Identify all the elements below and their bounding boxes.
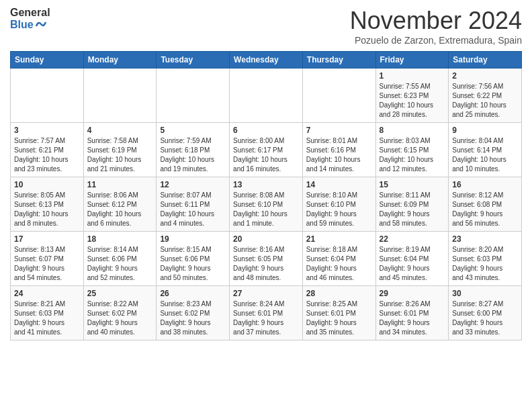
day-info: Sunrise: 8:25 AM Sunset: 6:01 PM Dayligh… [306,300,372,337]
day-info: Sunrise: 8:14 AM Sunset: 6:06 PM Dayligh… [87,245,153,283]
page-header: General Blue November 2024 Pozuelo de Za… [10,7,522,46]
day-number: 14 [306,180,372,189]
day-info: Sunrise: 8:13 AM Sunset: 6:07 PM Dayligh… [14,245,80,283]
weekday-header: Friday [375,52,449,68]
day-number: 3 [14,126,80,135]
day-number: 12 [160,180,226,189]
day-info: Sunrise: 8:00 AM Sunset: 6:17 PM Dayligh… [233,136,299,174]
logo-wave-icon [35,19,47,29]
day-number: 22 [380,234,445,244]
day-number: 5 [160,126,226,135]
day-info: Sunrise: 7:56 AM Sunset: 6:22 PM Dayligh… [452,82,518,120]
day-number: 29 [380,289,445,298]
calendar-cell: 22Sunrise: 8:19 AM Sunset: 6:04 PM Dayli… [375,232,449,286]
day-number: 15 [380,180,445,189]
calendar-cell: 10Sunrise: 8:05 AM Sunset: 6:13 PM Dayli… [11,177,84,232]
day-number: 21 [306,234,372,244]
calendar-cell: 4Sunrise: 7:58 AM Sunset: 6:19 PM Daylig… [83,123,157,177]
logo-mark: General Blue [10,7,50,30]
day-number: 13 [233,180,299,189]
calendar-cell: 6Sunrise: 8:00 AM Sunset: 6:17 PM Daylig… [230,123,303,177]
day-info: Sunrise: 8:27 AM Sunset: 6:00 PM Dayligh… [452,300,518,337]
day-info: Sunrise: 8:12 AM Sunset: 6:08 PM Dayligh… [452,191,518,228]
calendar-cell: 7Sunrise: 8:01 AM Sunset: 6:16 PM Daylig… [302,123,375,177]
calendar-cell: 15Sunrise: 8:11 AM Sunset: 6:09 PM Dayli… [375,177,449,232]
day-info: Sunrise: 8:01 AM Sunset: 6:16 PM Dayligh… [306,136,372,174]
calendar-cell: 16Sunrise: 8:12 AM Sunset: 6:08 PM Dayli… [449,177,522,232]
day-info: Sunrise: 8:18 AM Sunset: 6:04 PM Dayligh… [306,245,372,283]
day-info: Sunrise: 8:06 AM Sunset: 6:12 PM Dayligh… [87,191,153,228]
calendar-cell: 3Sunrise: 7:57 AM Sunset: 6:21 PM Daylig… [11,123,84,177]
calendar-cell [302,68,375,123]
day-number: 27 [233,289,299,298]
day-info: Sunrise: 8:20 AM Sunset: 6:03 PM Dayligh… [452,245,518,283]
weekday-header: Sunday [11,52,84,68]
weekday-header: Tuesday [157,52,230,68]
calendar-cell [230,68,303,123]
day-number: 30 [452,289,518,298]
calendar-cell [11,68,84,123]
day-number: 19 [160,234,226,244]
weekday-header: Monday [83,52,157,68]
day-info: Sunrise: 8:11 AM Sunset: 6:09 PM Dayligh… [380,191,445,228]
day-number: 7 [306,126,372,135]
calendar-cell: 17Sunrise: 8:13 AM Sunset: 6:07 PM Dayli… [11,232,84,286]
day-info: Sunrise: 8:07 AM Sunset: 6:11 PM Dayligh… [160,191,226,228]
subtitle: Pozuelo de Zarzon, Extremadura, Spain [350,35,522,46]
calendar-cell: 29Sunrise: 8:26 AM Sunset: 6:01 PM Dayli… [375,286,449,340]
day-info: Sunrise: 8:26 AM Sunset: 6:01 PM Dayligh… [380,300,445,337]
day-number: 26 [160,289,226,298]
logo: General Blue [10,7,50,30]
day-number: 8 [380,126,445,135]
weekday-header: Saturday [449,52,522,68]
calendar-cell: 11Sunrise: 8:06 AM Sunset: 6:12 PM Dayli… [83,177,157,232]
day-info: Sunrise: 8:15 AM Sunset: 6:06 PM Dayligh… [160,245,226,283]
day-number: 17 [14,234,80,244]
calendar-cell: 24Sunrise: 8:21 AM Sunset: 6:03 PM Dayli… [11,286,84,340]
day-number: 4 [87,126,153,135]
calendar-cell: 28Sunrise: 8:25 AM Sunset: 6:01 PM Dayli… [302,286,375,340]
day-info: Sunrise: 8:16 AM Sunset: 6:05 PM Dayligh… [233,245,299,283]
calendar-body: 1Sunrise: 7:55 AM Sunset: 6:23 PM Daylig… [11,68,522,340]
day-info: Sunrise: 8:22 AM Sunset: 6:02 PM Dayligh… [87,300,153,337]
day-number: 24 [14,289,80,298]
day-info: Sunrise: 7:59 AM Sunset: 6:18 PM Dayligh… [160,136,226,174]
month-title: November 2024 [350,7,522,35]
calendar-cell: 1Sunrise: 7:55 AM Sunset: 6:23 PM Daylig… [375,68,449,123]
calendar-header: SundayMondayTuesdayWednesdayThursdayFrid… [11,52,522,68]
logo-blue: Blue [10,19,50,31]
calendar-cell: 13Sunrise: 8:08 AM Sunset: 6:10 PM Dayli… [230,177,303,232]
day-info: Sunrise: 8:04 AM Sunset: 6:14 PM Dayligh… [452,136,518,174]
calendar-cell: 21Sunrise: 8:18 AM Sunset: 6:04 PM Dayli… [302,232,375,286]
day-info: Sunrise: 7:58 AM Sunset: 6:19 PM Dayligh… [87,136,153,174]
calendar-table: SundayMondayTuesdayWednesdayThursdayFrid… [10,51,522,340]
weekday-header: Wednesday [230,52,303,68]
calendar-cell: 25Sunrise: 8:22 AM Sunset: 6:02 PM Dayli… [83,286,157,340]
calendar-cell: 19Sunrise: 8:15 AM Sunset: 6:06 PM Dayli… [157,232,230,286]
calendar-cell: 18Sunrise: 8:14 AM Sunset: 6:06 PM Dayli… [83,232,157,286]
calendar-cell: 9Sunrise: 8:04 AM Sunset: 6:14 PM Daylig… [449,123,522,177]
day-number: 9 [452,126,518,135]
calendar-cell: 30Sunrise: 8:27 AM Sunset: 6:00 PM Dayli… [449,286,522,340]
calendar-cell: 12Sunrise: 8:07 AM Sunset: 6:11 PM Dayli… [157,177,230,232]
calendar-cell: 2Sunrise: 7:56 AM Sunset: 6:22 PM Daylig… [449,68,522,123]
day-number: 18 [87,234,153,244]
day-number: 20 [233,234,299,244]
day-number: 1 [380,71,445,81]
calendar-cell: 5Sunrise: 7:59 AM Sunset: 6:18 PM Daylig… [157,123,230,177]
day-number: 16 [452,180,518,189]
day-info: Sunrise: 7:57 AM Sunset: 6:21 PM Dayligh… [14,136,80,174]
day-info: Sunrise: 8:03 AM Sunset: 6:15 PM Dayligh… [380,136,445,174]
calendar-cell [157,68,230,123]
calendar-cell: 20Sunrise: 8:16 AM Sunset: 6:05 PM Dayli… [230,232,303,286]
day-number: 25 [87,289,153,298]
day-info: Sunrise: 8:10 AM Sunset: 6:10 PM Dayligh… [306,191,372,228]
day-number: 23 [452,234,518,244]
day-info: Sunrise: 8:21 AM Sunset: 6:03 PM Dayligh… [14,300,80,337]
day-number: 11 [87,180,153,189]
day-info: Sunrise: 7:55 AM Sunset: 6:23 PM Dayligh… [380,82,445,120]
day-info: Sunrise: 8:05 AM Sunset: 6:13 PM Dayligh… [14,191,80,228]
day-info: Sunrise: 8:24 AM Sunset: 6:01 PM Dayligh… [233,300,299,337]
day-info: Sunrise: 8:23 AM Sunset: 6:02 PM Dayligh… [160,300,226,337]
day-number: 28 [306,289,372,298]
